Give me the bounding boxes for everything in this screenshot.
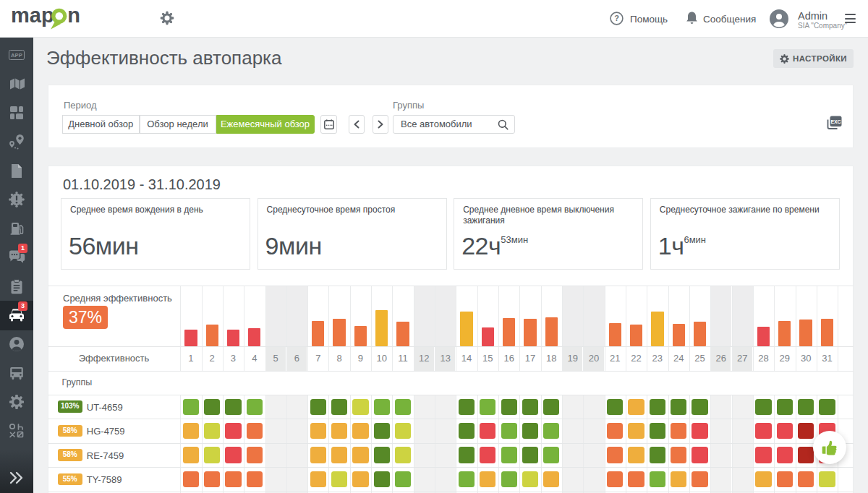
svg-text:n: n <box>67 4 80 27</box>
svg-text:?: ? <box>614 14 619 22</box>
svg-text:EXC: EXC <box>831 119 841 124</box>
svg-text:map: map <box>12 4 54 27</box>
